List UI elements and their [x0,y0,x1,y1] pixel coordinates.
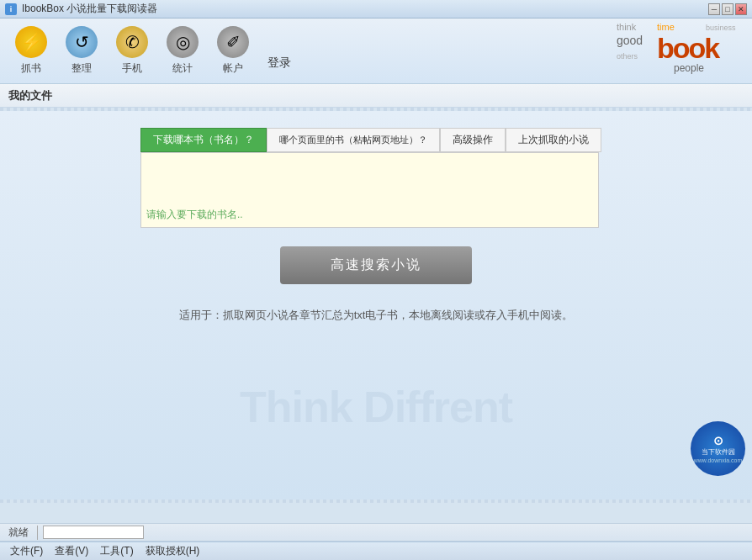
toolbar-item-manage[interactable]: ↺ 整理 [59,23,104,79]
tab-last[interactable]: 上次抓取的小说 [506,128,601,152]
my-files-bar: 我的文件 [0,84,752,108]
login-button[interactable]: 登录 [261,52,298,74]
description-text: 适用于：抓取网页小说各章节汇总为txt电子书，本地离线阅读或存入手机中阅读。 [179,308,574,323]
downxia-badge: ⊙ 当下软件园 www.downxia.com [691,421,745,476]
toolbar-item-grab[interactable]: ⚡ 抓书 [8,23,54,79]
downxia-url: www.downxia.com [694,457,743,464]
dashed-line-bottom [0,499,752,503]
tab-advanced[interactable]: 高级操作 [440,128,506,152]
title-controls[interactable]: ─ □ ✕ [708,3,747,15]
toolbar-item-account[interactable]: ✐ 帐户 [210,23,256,79]
input-area: 请输入要下载的书名.. [140,152,599,228]
my-files-label: 我的文件 [8,88,52,103]
tab-page[interactable]: 哪个页面里的书（粘帖网页地址）？ [267,128,440,152]
status-text: 就绪 [8,526,38,540]
stats-label: 统计 [172,61,193,76]
wc-think: think [617,22,636,32]
manage-label: 整理 [71,61,92,76]
account-label: 帐户 [223,61,243,76]
account-icon: ✐ [217,26,249,58]
grab-label: 抓书 [21,61,41,76]
grab-icon: ⚡ [15,26,47,58]
tab-row: 下载哪本书（书名）？ 哪个页面里的书（粘帖网页地址）？ 高级操作 上次抓取的小说 [140,128,601,152]
downxia-label: 当下软件园 [702,448,735,457]
maximize-button[interactable]: □ [722,3,733,15]
close-button[interactable]: ✕ [735,3,747,15]
tab-bookname[interactable]: 下载哪本书（书名）？ [140,128,267,152]
phone-label: 手机 [122,61,142,76]
search-button[interactable]: 高速搜索小说 [280,246,472,284]
menu-file[interactable]: 文件(F) [5,542,48,560]
menu-license[interactable]: 获取授权(H) [140,542,205,560]
toolbar-item-stats[interactable]: ◎ 统计 [160,23,205,79]
stats-icon: ◎ [167,26,199,58]
menu-bar: 文件(F) 查看(V) 工具(T) 获取授权(H) [0,542,752,560]
main-content: Think Diffrent 下载哪本书（书名）？ 哪个页面里的书（粘帖网页地址… [0,111,752,499]
title-bar: i IbookBox 小说批量下载阅读器 ─ □ ✕ [0,0,752,18]
input-hint: 请输入要下载的书名.. [146,208,243,222]
minimize-button[interactable]: ─ [708,3,720,15]
app-icon: i [5,3,17,15]
manage-icon: ↺ [66,26,98,58]
phone-icon: ✆ [116,26,148,58]
wc-people: people [674,62,704,74]
watermark: Think Diffrent [0,382,752,432]
toolbar-items: ⚡ 抓书 ↺ 整理 ✆ 手机 ◎ 统计 ✐ 帐户 登录 [8,23,298,79]
toolbar-item-phone[interactable]: ✆ 手机 [109,23,155,79]
status-input[interactable] [43,526,144,539]
wc-time: time [657,22,675,32]
wc-book: book [657,32,718,65]
title-bar-left: i IbookBox 小说批量下载阅读器 [5,2,157,16]
wc-good: good [617,34,643,47]
menu-view[interactable]: 查看(V) [50,542,93,560]
status-bar: 就绪 [0,523,752,542]
wc-business: business [706,24,736,32]
logo-area: think time good book people business oth… [613,18,752,84]
app-title: IbookBox 小说批量下载阅读器 [22,2,157,16]
wc-others: others [617,52,638,61]
toolbar: ⚡ 抓书 ↺ 整理 ✆ 手机 ◎ 统计 ✐ 帐户 登录 think time g… [0,18,752,84]
menu-tools[interactable]: 工具(T) [95,542,138,560]
